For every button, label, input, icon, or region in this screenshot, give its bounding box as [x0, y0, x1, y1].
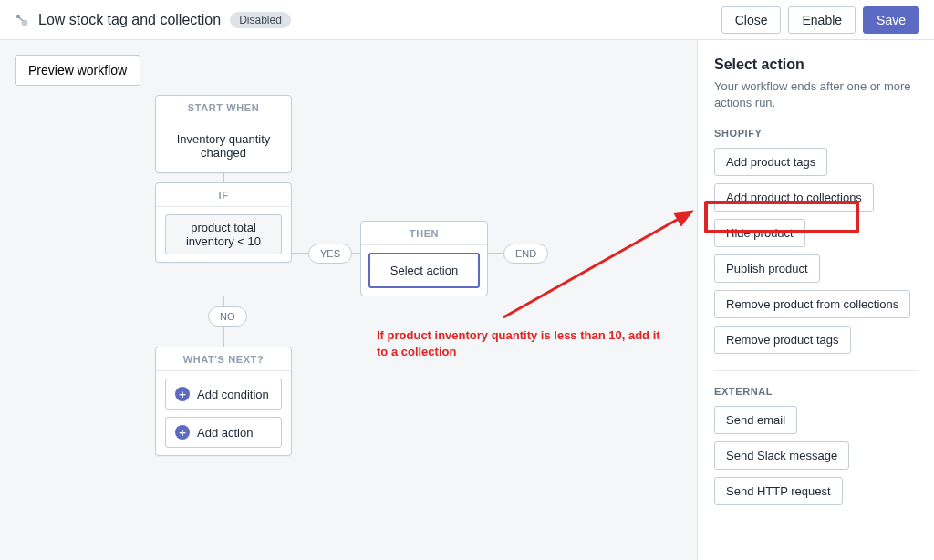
add-condition-label: Add condition [197, 388, 269, 401]
svg-line-4 [503, 212, 691, 317]
action-publish-product[interactable]: Publish product [714, 254, 820, 283]
action-send-http[interactable]: Send HTTP request [714, 477, 843, 505]
start-node[interactable]: START WHEN Inventory quantity changed [155, 95, 292, 173]
whats-next-node: WHAT'S NEXT? + Add condition + Add actio… [155, 347, 292, 456]
then-header: THEN [361, 222, 487, 245]
external-actions: Send email Send Slack message Send HTTP … [714, 406, 918, 505]
plus-icon: + [175, 425, 190, 440]
action-panel: Select action Your workflow ends after o… [697, 40, 934, 560]
annotation-text: If product inventory quantity is less th… [377, 327, 669, 360]
annotation-arrow [493, 202, 711, 330]
action-remove-product-tags[interactable]: Remove product tags [714, 326, 851, 354]
action-add-product-tags[interactable]: Add product tags [714, 148, 827, 176]
start-node-header: START WHEN [156, 96, 291, 119]
if-node[interactable]: IF product total inventory < 10 [155, 182, 292, 263]
topbar-left: Low stock tag and collection Disabled [15, 12, 721, 28]
panel-divider [714, 370, 918, 371]
end-pill: END [503, 244, 548, 264]
shopify-actions: Add product tags Add product to collecti… [714, 148, 918, 354]
status-badge: Disabled [230, 12, 291, 28]
then-node: THEN Select action [360, 221, 488, 296]
main: Preview workflow START WHEN Inventory qu… [0, 40, 934, 560]
add-action-option[interactable]: + Add action [165, 417, 282, 448]
enable-button[interactable]: Enable [788, 6, 856, 34]
if-node-header: IF [156, 183, 291, 207]
action-remove-from-collections[interactable]: Remove product from collections [714, 290, 910, 318]
add-action-label: Add action [197, 426, 253, 440]
select-action-slot[interactable]: Select action [368, 253, 480, 288]
action-send-slack[interactable]: Send Slack message [714, 441, 849, 470]
shopify-group-label: SHOPIFY [714, 128, 918, 139]
workflow-icon [15, 13, 29, 27]
if-condition[interactable]: product total inventory < 10 [165, 214, 282, 254]
panel-title: Select action [714, 57, 918, 73]
plus-icon: + [175, 387, 190, 401]
save-button[interactable]: Save [863, 6, 919, 34]
action-send-email[interactable]: Send email [714, 406, 797, 434]
topbar: Low stock tag and collection Disabled Cl… [0, 0, 934, 40]
close-button[interactable]: Close [721, 6, 782, 34]
action-hide-product[interactable]: Hide product [714, 219, 805, 247]
whats-next-header: WHAT'S NEXT? [156, 347, 291, 371]
action-add-product-to-collections[interactable]: Add product to collections [714, 183, 874, 212]
yes-pill: YES [308, 244, 352, 264]
svg-line-2 [19, 17, 23, 21]
page-title: Low stock tag and collection [38, 12, 221, 28]
workflow-canvas: Preview workflow START WHEN Inventory qu… [0, 40, 697, 560]
start-node-trigger: Inventory quantity changed [165, 127, 282, 165]
topbar-actions: Close Enable Save [721, 6, 919, 34]
panel-subtitle: Your workflow ends after one or more act… [714, 78, 918, 111]
preview-workflow-button[interactable]: Preview workflow [15, 55, 140, 86]
add-condition-option[interactable]: + Add condition [165, 379, 282, 410]
no-pill: NO [208, 306, 247, 327]
external-group-label: EXTERNAL [714, 386, 918, 397]
